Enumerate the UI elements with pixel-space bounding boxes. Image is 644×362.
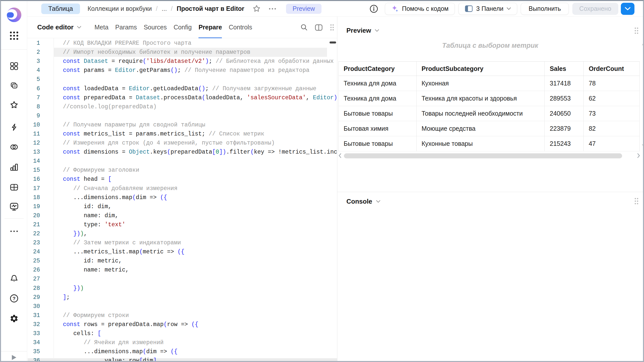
- code-area[interactable]: 1// КОД ВКЛАДКИ PREPARE Простого чарта2/…: [27, 39, 337, 361]
- sidebar-item-dashboards[interactable]: [1, 183, 27, 192]
- code-line-20[interactable]: 20 name: dim,: [27, 211, 337, 220]
- editor-title-dropdown[interactable]: Code editor: [37, 23, 81, 31]
- code-line-11[interactable]: 11const metrics_list = params.metrics_li…: [27, 129, 337, 139]
- code-line-26[interactable]: 26 name: metric,: [27, 265, 337, 275]
- drag-handle-icon[interactable]: [634, 197, 639, 205]
- table-horizontal-scrollbar[interactable]: [338, 153, 640, 159]
- column-header: Sales: [545, 61, 584, 76]
- sidebar-item-connections[interactable]: [1, 122, 27, 132]
- drag-handle-icon[interactable]: [634, 27, 639, 35]
- sidebar-more-icon[interactable]: [1, 227, 27, 235]
- line-number: 13: [27, 149, 47, 155]
- editor-tab-prepare[interactable]: Prepare: [198, 17, 222, 38]
- vertical-scrollbar-thumb[interactable]: [330, 41, 336, 43]
- code-line-18[interactable]: 18 ...dimensions.map(dim => ({: [27, 193, 337, 202]
- code-line-13[interactable]: 13const dimensions = Object.keys(prepare…: [27, 148, 337, 157]
- code-line-17[interactable]: 17 // Сначала добавляем измерения: [27, 184, 337, 193]
- code-line-10[interactable]: 10// Получаем параметры для сводной табл…: [27, 120, 337, 129]
- sidebar-item-datasets[interactable]: [1, 142, 27, 152]
- apps-grid-icon[interactable]: [1, 30, 27, 41]
- table-cell: Бытовые товары: [339, 136, 417, 151]
- preview-badge[interactable]: Preview: [286, 4, 321, 14]
- sidebar-item-collections[interactable]: [1, 81, 27, 90]
- code-line-16[interactable]: 16const head = [: [27, 175, 337, 184]
- help-icon[interactable]: ?: [1, 294, 27, 303]
- code-line-24[interactable]: 24 ...metrics_list.map(metric => ({: [27, 247, 337, 256]
- editor-tab-config[interactable]: Config: [174, 17, 192, 38]
- code-line-31[interactable]: 31// Формируем строки: [27, 311, 337, 320]
- scrollbar-thumb[interactable]: [344, 153, 622, 158]
- code-line-6[interactable]: 6const loadedData = Editor.getLoadedData…: [27, 84, 337, 93]
- more-menu-icon[interactable]: [268, 8, 276, 10]
- preview-panel-header[interactable]: Preview: [346, 25, 379, 36]
- code-line-22[interactable]: 22 })),: [27, 229, 337, 238]
- code-line-28[interactable]: 28 })): [27, 284, 337, 293]
- search-icon[interactable]: [300, 24, 308, 31]
- datalens-logo[interactable]: [1, 6, 27, 24]
- table-row: Бытовая химияМоющие средства22387982: [339, 121, 640, 136]
- table-scroll-down-icon[interactable]: [642, 144, 644, 147]
- save-button[interactable]: Сохранено: [572, 3, 618, 15]
- sidebar-item-services[interactable]: [1, 61, 27, 71]
- code-line-34[interactable]: 34 // Ячейки для измерений: [27, 338, 337, 347]
- sidebar-item-editor[interactable]: [1, 202, 27, 212]
- gear-icon: [10, 314, 19, 323]
- console-panel-header[interactable]: Console: [346, 196, 380, 207]
- line-number: 9: [27, 113, 47, 119]
- code-line-35[interactable]: 35 ...dimensions.map(dim => ({: [27, 347, 337, 356]
- editor-tab-meta[interactable]: Meta: [94, 17, 108, 38]
- drag-handle-icon[interactable]: [330, 24, 335, 31]
- chevron-down-icon: [507, 7, 511, 10]
- code-line-29[interactable]: 29];: [27, 293, 337, 302]
- run-button[interactable]: Выполнить: [521, 3, 569, 15]
- editor-tab-params[interactable]: Params: [115, 17, 137, 38]
- scroll-left-icon[interactable]: [338, 153, 342, 158]
- context-tab[interactable]: Таблица: [41, 4, 80, 14]
- code-line-12[interactable]: 12// Измерения для строк (до 4 измерений…: [27, 139, 337, 148]
- code-line-7[interactable]: 7const preparedData = Dataset.processDat…: [27, 93, 337, 102]
- dashboards-icon: [10, 183, 18, 192]
- code-line-1[interactable]: 1// КОД ВКЛАДКИ PREPARE Простого чарта: [27, 39, 337, 48]
- editor-tab-controls[interactable]: Controls: [229, 17, 252, 38]
- breadcrumb-root[interactable]: Коллекции и воркбуки: [88, 5, 152, 12]
- collapse-arrow-icon[interactable]: [1, 354, 27, 361]
- code-line-23[interactable]: 23 // Затем метрики с индикаторами: [27, 238, 337, 247]
- sidebar-item-charts[interactable]: [1, 162, 27, 172]
- info-icon[interactable]: [369, 4, 378, 13]
- code-line-30[interactable]: 30: [27, 302, 337, 311]
- code-line-27[interactable]: 27: [27, 275, 337, 284]
- code-line-5[interactable]: 5: [27, 75, 337, 84]
- favorite-star-icon[interactable]: [252, 5, 261, 13]
- collections-icon: [10, 81, 18, 90]
- panels-button[interactable]: 3 Панели: [458, 3, 517, 15]
- code-line-3[interactable]: 3const Dataset = require('libs/dataset/v…: [27, 57, 337, 66]
- code-line-8[interactable]: 8//console.log(preparedData): [27, 102, 337, 111]
- split-view-icon[interactable]: [315, 24, 323, 31]
- code-line-25[interactable]: 25 id: metric,: [27, 256, 337, 265]
- table-cell: Товары последней необходимости: [417, 106, 545, 121]
- save-dropdown-button[interactable]: [621, 3, 634, 15]
- code-line-14[interactable]: 14: [27, 157, 337, 166]
- code-line-4[interactable]: 4const params = Editor.getParams(); // П…: [27, 66, 337, 75]
- sidebar-item-favorites[interactable]: [1, 100, 27, 110]
- line-number: 2: [27, 49, 47, 56]
- code-line-19[interactable]: 19 id: dim,: [27, 202, 337, 211]
- code-text: id: metric,: [47, 258, 122, 264]
- code-line-2[interactable]: 2// Импорт необходимых библиотек и получ…: [27, 48, 337, 57]
- editor-tab-sources[interactable]: Sources: [144, 17, 167, 38]
- sparkle-icon: [391, 5, 399, 13]
- line-number: 18: [27, 194, 47, 201]
- table-scroll-up-icon[interactable]: [642, 42, 644, 45]
- code-line-21[interactable]: 21 type: 'text': [27, 220, 337, 229]
- code-line-33[interactable]: 33 cells: [: [27, 329, 337, 338]
- code-line-9[interactable]: 9: [27, 111, 337, 120]
- scroll-right-icon[interactable]: [637, 153, 640, 158]
- code-line-32[interactable]: 32const rows = preparedData.map(row => (…: [27, 320, 337, 329]
- code-text: const rows = preparedData.map(row => ({: [47, 321, 198, 328]
- code-editor-panel: Code editor MetaParamsSourcesConfigPrepa…: [27, 17, 337, 361]
- breadcrumb-collapsed[interactable]: ...: [162, 5, 167, 12]
- help-with-code-button[interactable]: Помочь с кодом: [385, 3, 455, 15]
- notifications-bell-icon[interactable]: [1, 273, 27, 283]
- code-line-15[interactable]: 15// Формируем заголовки: [27, 166, 337, 175]
- settings-gear-icon[interactable]: [1, 314, 27, 323]
